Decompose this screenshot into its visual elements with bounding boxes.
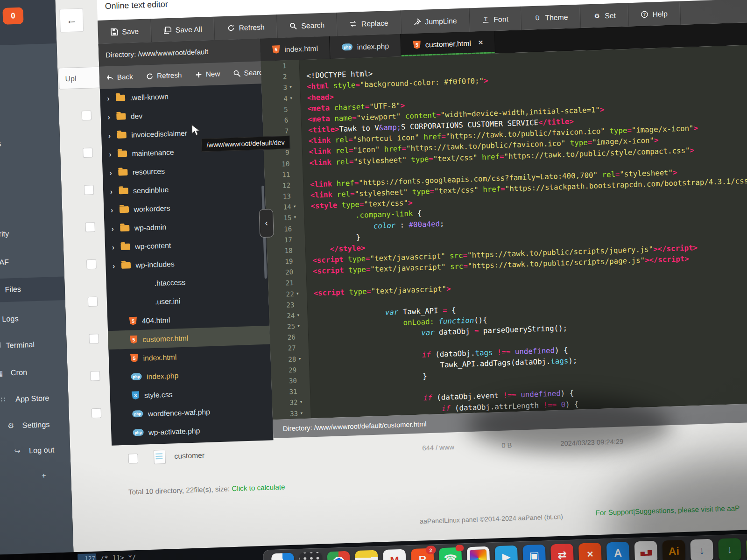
folder-icon bbox=[116, 113, 126, 119]
list-checkbox[interactable] bbox=[86, 259, 97, 270]
books-icon[interactable]: ▣ bbox=[522, 545, 546, 560]
gmail-icon[interactable]: M bbox=[383, 549, 406, 560]
theme-button[interactable]: ÜTheme bbox=[521, 5, 581, 30]
line-number: 10 bbox=[264, 158, 290, 170]
list-checkbox[interactable] bbox=[90, 371, 100, 381]
search-button[interactable]: Search bbox=[277, 13, 338, 38]
close-tab-icon[interactable]: × bbox=[478, 38, 483, 47]
button-label: Set bbox=[605, 11, 616, 20]
php-file-icon: php bbox=[131, 373, 142, 380]
list-checkbox[interactable] bbox=[83, 147, 93, 158]
plus-icon bbox=[194, 70, 202, 78]
tree-refresh-button[interactable]: Refresh bbox=[139, 63, 189, 88]
code-red-icon[interactable]: ⇄ bbox=[550, 544, 574, 560]
tree-new-button[interactable]: New bbox=[188, 63, 226, 86]
sidebar-item-files[interactable]: Files bbox=[5, 285, 21, 294]
sidebar-item-app-store[interactable]: App Store bbox=[15, 394, 49, 404]
photos-icon[interactable] bbox=[467, 546, 490, 560]
telegram-icon[interactable]: ▶ bbox=[494, 546, 518, 560]
tab-index.html[interactable]: 5index.html bbox=[260, 36, 331, 61]
list-checkbox[interactable] bbox=[92, 408, 102, 419]
fold-arrow-icon[interactable]: ▾ bbox=[293, 212, 297, 224]
php-file-icon: php bbox=[132, 410, 143, 417]
chrome-icon[interactable] bbox=[327, 551, 351, 560]
expand-arrow-icon[interactable]: › bbox=[108, 131, 116, 140]
list-checkbox[interactable] bbox=[84, 185, 94, 195]
file-name: workorders bbox=[134, 203, 170, 213]
file-name[interactable]: customer bbox=[174, 451, 204, 460]
replace-button[interactable]: Replace bbox=[337, 10, 402, 36]
fold-arrow-icon[interactable]: ▾ bbox=[296, 288, 300, 299]
button-label: Save bbox=[122, 27, 139, 35]
help-button[interactable]: ?Help bbox=[628, 1, 681, 27]
set-button[interactable]: ⚙Set bbox=[580, 3, 629, 28]
line-number: 12 bbox=[265, 180, 290, 191]
html5-file-icon: 5 bbox=[272, 45, 280, 54]
file-name: wp-admin bbox=[134, 223, 167, 232]
stats-icon[interactable]: ▅▂▇ bbox=[634, 541, 658, 560]
fold-arrow-icon[interactable]: ▾ bbox=[289, 82, 293, 93]
line-number: 28 bbox=[270, 353, 296, 365]
fold-arrow-icon[interactable]: ▾ bbox=[296, 310, 300, 321]
expand-arrow-icon[interactable]: › bbox=[109, 168, 117, 176]
list-checkbox[interactable] bbox=[89, 334, 99, 344]
remote-desktop-icon[interactable]: × bbox=[578, 543, 602, 560]
downloader-icon[interactable]: ↓ bbox=[690, 539, 713, 560]
expand-arrow-icon[interactable]: › bbox=[110, 187, 118, 195]
expand-arrow-icon[interactable]: › bbox=[107, 112, 115, 121]
list-checkbox[interactable] bbox=[85, 222, 95, 232]
sidebar-item-waf[interactable]: WAF bbox=[0, 258, 9, 267]
back-arrow-button[interactable]: ← bbox=[59, 8, 84, 33]
launchpad-icon[interactable] bbox=[299, 552, 323, 560]
expand-arrow-icon[interactable]: › bbox=[107, 94, 115, 102]
expand-arrow-icon[interactable]: › bbox=[109, 149, 117, 158]
collapse-panel-handle[interactable]: ‹ bbox=[259, 209, 274, 238]
finder-icon[interactable] bbox=[271, 553, 295, 560]
icon-glyph: ↓ bbox=[727, 543, 733, 556]
fold-arrow-icon[interactable]: ▾ bbox=[297, 321, 301, 332]
fold-arrow-icon[interactable]: ▾ bbox=[298, 353, 302, 364]
fold-arrow-icon[interactable]: ▾ bbox=[289, 93, 293, 104]
expand-arrow-icon[interactable]: › bbox=[113, 261, 120, 270]
tab-index.php[interactable]: phpindex.php bbox=[330, 34, 402, 59]
refresh-button[interactable]: Refresh bbox=[214, 14, 278, 40]
sidebar-item-security[interactable]: Security bbox=[0, 229, 9, 239]
whatsapp-icon[interactable]: ☎ bbox=[439, 547, 462, 560]
list-checkbox[interactable] bbox=[81, 111, 92, 121]
notes-icon[interactable] bbox=[355, 550, 378, 560]
sidebar-item-cron[interactable]: Cron bbox=[11, 368, 28, 378]
jumpline-button[interactable]: JumpLine bbox=[401, 8, 470, 34]
sidebar-item-logout[interactable]: Log out bbox=[29, 446, 55, 455]
save-all-button[interactable]: Save All bbox=[151, 17, 215, 42]
tab-customer.html[interactable]: 5customer.html× bbox=[401, 31, 496, 56]
row-checkbox[interactable] bbox=[128, 454, 138, 464]
list-checkbox[interactable] bbox=[88, 296, 98, 307]
set-icon: ⚙ bbox=[593, 12, 601, 20]
sidebar-item-logs[interactable]: Logs bbox=[2, 315, 19, 324]
file-name: maintenance bbox=[132, 147, 174, 157]
editor-title: Online text editor bbox=[105, 0, 168, 11]
sidebar-item-databases[interactable]: abases bbox=[0, 140, 1, 149]
r-app-icon[interactable]: R2 bbox=[411, 548, 434, 560]
fold-arrow-icon[interactable]: ▾ bbox=[293, 201, 296, 212]
folder-icon bbox=[121, 262, 131, 268]
illustrator-icon[interactable]: Ai bbox=[662, 540, 685, 560]
upload-button[interactable]: Upl bbox=[58, 66, 102, 89]
sidebar-item-terminal[interactable]: Terminal bbox=[6, 340, 35, 350]
expand-arrow-icon[interactable]: › bbox=[111, 205, 119, 214]
line-number: 19 bbox=[267, 256, 293, 267]
fold-arrow-icon[interactable]: ▾ bbox=[300, 407, 303, 419]
expand-arrow-icon[interactable]: › bbox=[112, 243, 120, 251]
code-editor[interactable]: 12<!DOCTYPE html>3▾<html style="backgrou… bbox=[261, 45, 747, 420]
line-number: 31 bbox=[272, 386, 297, 398]
notification-badge[interactable]: 0 bbox=[2, 7, 23, 25]
fold-arrow-icon[interactable]: ▾ bbox=[299, 397, 303, 408]
green-download-icon[interactable]: ↓ bbox=[718, 538, 741, 560]
save-button[interactable]: Save bbox=[98, 19, 152, 44]
app-store-icon[interactable]: A bbox=[606, 542, 630, 560]
tree-back-button[interactable]: Back bbox=[99, 65, 140, 89]
expand-arrow-icon[interactable]: › bbox=[111, 224, 119, 232]
sidebar-item-add[interactable]: + bbox=[42, 471, 46, 480]
font-button[interactable]: TFont bbox=[469, 7, 521, 32]
sidebar-item-settings[interactable]: Settings bbox=[22, 420, 49, 430]
